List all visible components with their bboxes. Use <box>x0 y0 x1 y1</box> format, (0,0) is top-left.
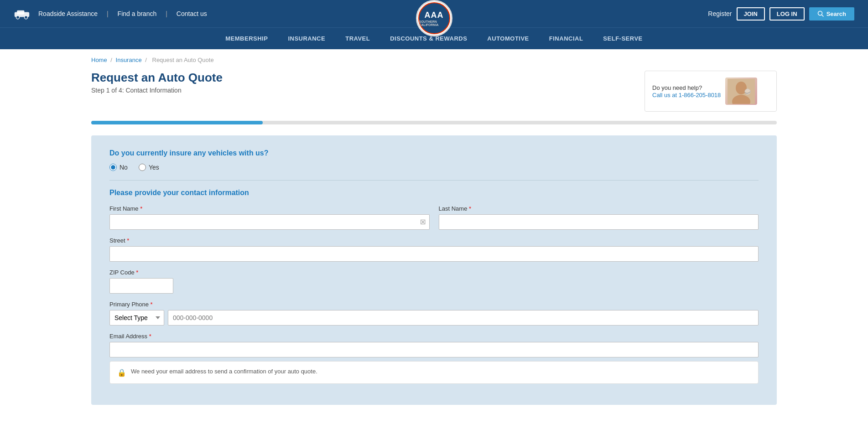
zip-group: ZIP Code * <box>109 269 173 294</box>
insure-radio-group: No Yes <box>109 164 759 171</box>
help-box: Do you need help? Call us at 1-866-205-8… <box>645 71 777 112</box>
phone-row: Primary Phone * Select Type Mobile Home … <box>109 301 759 326</box>
first-name-wrapper: ☒ <box>109 214 430 230</box>
street-group: Street * <box>109 237 759 262</box>
phone-required: * <box>151 301 153 308</box>
street-input[interactable] <box>109 246 759 262</box>
progress-bar-container <box>91 121 777 124</box>
top-bar-right: Register JOIN LOG IN Search <box>434 7 855 21</box>
nav-automotive[interactable]: AUTOMOTIVE <box>477 28 539 49</box>
zip-label: ZIP Code * <box>109 269 173 276</box>
radio-yes-label[interactable]: Yes <box>139 164 159 171</box>
email-required: * <box>149 333 151 340</box>
join-button[interactable]: JOIN <box>737 7 765 21</box>
lock-icon: 🔒 <box>117 368 126 377</box>
first-name-icon: ☒ <box>420 218 426 226</box>
sep1: | <box>107 10 109 17</box>
radio-no[interactable] <box>109 164 117 171</box>
roadside-assistance-link[interactable]: Roadside Assistance <box>38 10 98 17</box>
form-section: Do you currently insure any vehicles wit… <box>91 135 777 405</box>
register-button[interactable]: Register <box>708 10 732 17</box>
last-name-group: Last Name * <box>439 205 759 230</box>
last-name-input[interactable] <box>439 214 759 230</box>
logo-sub-text: SOUTHERN CALIFORNIA <box>419 20 449 26</box>
phone-group: Primary Phone * Select Type Mobile Home … <box>109 301 759 326</box>
nav-travel[interactable]: TRAVEL <box>335 28 380 49</box>
page-header: Request an Auto Quote Step 1 of 4: Conta… <box>91 71 777 112</box>
progress-bar-fill <box>91 121 263 124</box>
help-text: Do you need help? <box>652 84 721 91</box>
email-note-text: We need your email address to send a con… <box>131 368 317 375</box>
help-image <box>725 78 757 105</box>
email-note: 🔒 We need your email address to send a c… <box>109 361 759 384</box>
help-text-section: Do you need help? Call us at 1-866-205-8… <box>652 84 721 98</box>
search-icon <box>817 10 824 17</box>
phone-type-select[interactable]: Select Type Mobile Home Work <box>109 310 164 326</box>
contact-link[interactable]: Contact us <box>177 10 207 17</box>
first-name-group: First Name * ☒ <box>109 205 430 230</box>
svg-point-9 <box>745 89 750 94</box>
zip-input[interactable] <box>109 278 173 294</box>
section-title: Please provide your contact information <box>109 189 759 197</box>
email-group: Email Address * 🔒 We need your email add… <box>109 333 759 384</box>
svg-point-3 <box>24 16 27 19</box>
svg-line-5 <box>821 15 823 17</box>
page-title-section: Request an Auto Quote Step 1 of 4: Conta… <box>91 71 223 94</box>
radio-yes-text: Yes <box>149 164 159 171</box>
breadcrumb-sep2: / <box>145 57 148 63</box>
nav-financial[interactable]: FINANCIAL <box>539 28 593 49</box>
sep2: | <box>166 10 167 17</box>
radio-no-label[interactable]: No <box>109 164 128 171</box>
login-button[interactable]: LOG IN <box>769 7 805 21</box>
phone-number-input[interactable] <box>168 310 759 326</box>
zip-required: * <box>136 269 138 276</box>
last-name-required: * <box>469 205 471 212</box>
radio-yes[interactable] <box>139 164 146 171</box>
nav-membership[interactable]: MEMBERSHIP <box>215 28 278 49</box>
name-row: First Name * ☒ Last Name * <box>109 205 759 230</box>
last-name-label: Last Name * <box>439 205 759 212</box>
radio-no-text: No <box>120 164 128 171</box>
insure-question: Do you currently insure any vehicles wit… <box>109 149 759 157</box>
email-label: Email Address * <box>109 333 759 340</box>
street-label: Street * <box>109 237 759 244</box>
main-content: Request an Auto Quote Step 1 of 4: Conta… <box>0 71 868 423</box>
first-name-label: First Name * <box>109 205 430 212</box>
email-row: Email Address * 🔒 We need your email add… <box>109 333 759 384</box>
email-input[interactable] <box>109 342 759 357</box>
breadcrumb-insurance[interactable]: Insurance <box>116 57 142 63</box>
search-button[interactable]: Search <box>809 7 854 21</box>
street-required: * <box>127 237 129 244</box>
section-divider <box>109 180 759 181</box>
zip-row: ZIP Code * <box>109 269 759 294</box>
help-avatar-svg <box>728 79 755 104</box>
breadcrumb: Home / Insurance / Request an Auto Quote <box>0 49 868 71</box>
nav-selfserve[interactable]: SELF-SERVE <box>593 28 652 49</box>
page-title: Request an Auto Quote <box>91 71 223 85</box>
nav-insurance[interactable]: INSURANCE <box>278 28 335 49</box>
logo-inner: AAA SOUTHERN CALIFORNIA <box>418 2 450 34</box>
top-bar: Roadside Assistance | Find a branch | Co… <box>0 0 868 27</box>
step-info: Step 1 of 4: Contact Information <box>91 87 223 94</box>
aaa-logo: AAA SOUTHERN CALIFORNIA <box>416 0 452 36</box>
roadside-icon <box>14 8 30 20</box>
phone-label: Primary Phone * <box>109 301 759 308</box>
help-phone-link[interactable]: Call us at 1-866-205-8018 <box>652 92 721 98</box>
find-branch-link[interactable]: Find a branch <box>118 10 157 17</box>
first-name-required: * <box>140 205 142 212</box>
svg-rect-1 <box>17 10 24 15</box>
breadcrumb-sep1: / <box>110 57 114 63</box>
first-name-input[interactable] <box>109 214 430 230</box>
breadcrumb-current: Request an Auto Quote <box>152 57 214 63</box>
street-row: Street * <box>109 237 759 262</box>
svg-point-2 <box>16 16 19 19</box>
top-bar-left: Roadside Assistance | Find a branch | Co… <box>14 8 434 20</box>
breadcrumb-home[interactable]: Home <box>91 57 107 63</box>
phone-input-group: Select Type Mobile Home Work <box>109 310 759 326</box>
logo-aaa-text: AAA <box>425 10 444 20</box>
